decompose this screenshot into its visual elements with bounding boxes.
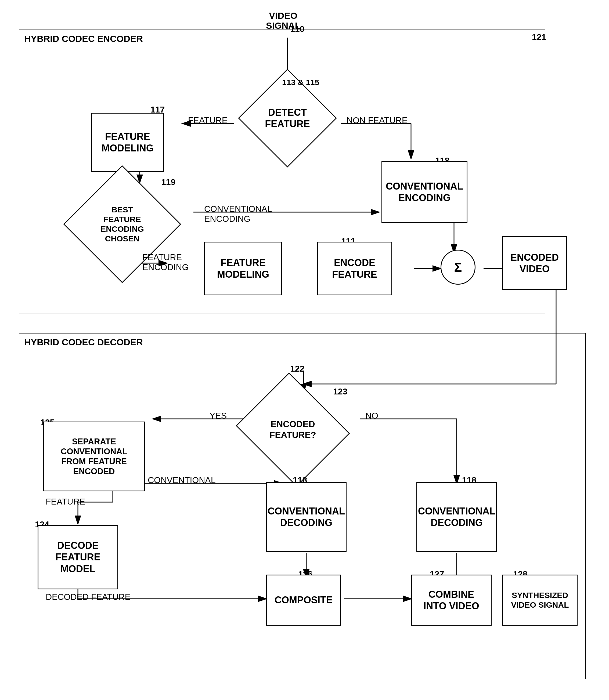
composite-box: COMPOSITE bbox=[266, 575, 341, 626]
separate-box: SEPARATECONVENTIONALFROM FEATUREENCODED bbox=[43, 421, 145, 491]
feature-modeling-bottom-box: FEATUREMODELING bbox=[204, 242, 282, 295]
decoded-feature-label: DECODED FEATURE bbox=[46, 592, 130, 602]
feature-encoding-label: FEATUREENCODING bbox=[142, 252, 189, 272]
label-113-115: 113 & 115 bbox=[282, 78, 319, 87]
detect-feature-diamond: DETECTFEATURE bbox=[253, 83, 323, 153]
combine-into-video-box: COMBINEINTO VIDEO bbox=[411, 575, 492, 626]
sigma-circle: Σ bbox=[440, 250, 475, 285]
conv-encoding-arrow-label: CONVENTIONALENCODING bbox=[204, 204, 272, 224]
feature-arrow-label: FEATURE bbox=[188, 115, 228, 125]
encoded-video-box: ENCODEDVIDEO bbox=[502, 236, 567, 290]
label-110: 110 bbox=[290, 24, 304, 34]
encoded-feature-diamond: ENCODEDFEATURE? bbox=[250, 392, 336, 467]
non-feature-label: NON FEATURE bbox=[347, 115, 407, 125]
feature-from-separate-label: FEATURE bbox=[46, 497, 85, 507]
yes-label: YES bbox=[210, 411, 227, 421]
label-122: 122 bbox=[290, 364, 304, 374]
no-label: NO bbox=[365, 411, 378, 421]
label-121: 121 bbox=[532, 32, 546, 42]
decode-feature-model-box: DECODEFEATUREMODEL bbox=[38, 525, 118, 589]
encode-feature-box: ENCODEFEATURE bbox=[317, 242, 392, 295]
conventional-decoding-right-box: CONVENTIONALDECODING bbox=[416, 482, 497, 552]
conventional-label: CONVENTIONAL bbox=[148, 475, 215, 485]
diagram: HYBRID CODEC ENCODER VIDEOSIGNAL 110 121… bbox=[0, 0, 609, 700]
conventional-decoding-left-box: CONVENTIONALDECODING bbox=[266, 482, 347, 552]
decoder-section-label: HYBRID CODEC DECODER bbox=[24, 337, 143, 347]
conventional-encoding-box: CONVENTIONALENCODING bbox=[381, 161, 467, 223]
feature-modeling-top-box: FEATUREMODELING bbox=[91, 113, 164, 172]
label-123: 123 bbox=[333, 387, 347, 397]
synthesized-video-box: SYNTHESIZEDVIDEO SIGNAL bbox=[502, 575, 578, 626]
encoder-section-label: HYBRID CODEC ENCODER bbox=[24, 34, 143, 44]
